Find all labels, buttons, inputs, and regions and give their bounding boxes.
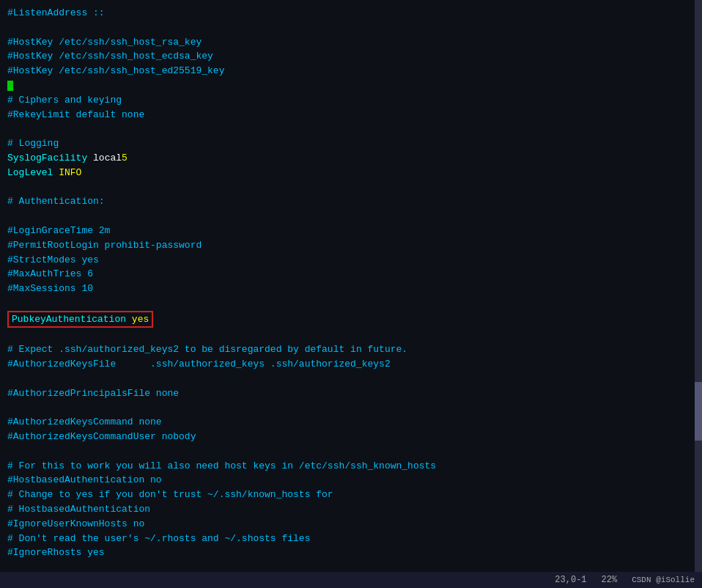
line-23	[7, 328, 695, 342]
line-21	[7, 296, 695, 311]
line-29: #AuthorizedKeysCommand none	[7, 415, 695, 430]
line-2	[7, 21, 695, 35]
line-27: #AuthorizedPrincipalsFile none	[7, 386, 695, 401]
scrollbar-thumb[interactable]	[695, 382, 702, 441]
line-30: #AuthorizedKeysCommandUser nobody	[7, 430, 695, 444]
status-bar: 23,0-1 22% CSDN @iSollie	[0, 572, 702, 588]
line-16: #LoginGraceTime 2m	[7, 224, 695, 238]
line-14: # Authentication:	[7, 194, 695, 209]
line-7-ciphers: # Ciphers and keying	[7, 93, 695, 108]
cursor-position: 23,0-1	[555, 575, 586, 585]
line-34: # Change to yes if you don't trust ~/.ss…	[7, 488, 695, 502]
line-25: #AuthorizedKeysFile .ssh/authorized_keys…	[7, 357, 695, 372]
line-5: #HostKey /etc/ssh/ssh_host_ed25519_key	[7, 64, 695, 78]
code-area: #ListenAddress :: #HostKey /etc/ssh/ssh_…	[0, 0, 702, 588]
line-20: #MaxSessions 10	[7, 282, 695, 296]
scrollbar[interactable]	[695, 0, 702, 588]
line-26	[7, 372, 695, 386]
line-19: #MaxAuthTries 6	[7, 267, 695, 282]
line-31	[7, 444, 695, 459]
line-3: #HostKey /etc/ssh/ssh_host_rsa_key	[7, 35, 695, 50]
line-28	[7, 400, 695, 415]
line-17: #PermitRootLogin prohibit-password	[7, 238, 695, 253]
editor-container: #ListenAddress :: #HostKey /etc/ssh/ssh_…	[0, 0, 702, 588]
scroll-percent: 22%	[602, 575, 618, 585]
line-10: # Logging	[7, 136, 695, 151]
line-36: #IgnoreUserKnownHosts no	[7, 517, 695, 532]
line-22-pubkey: PubkeyAuthentication yes	[7, 311, 153, 328]
line-4: #HostKey /etc/ssh/ssh_host_ecdsa_key	[7, 49, 695, 64]
line-33: #HostbasedAuthentication no	[7, 473, 695, 488]
line-38: #IgnoreRhosts yes	[7, 545, 695, 560]
line-37: # Don't read the user's ~/.rhosts and ~/…	[7, 532, 695, 546]
line-35: # HostbasedAuthentication	[7, 502, 695, 517]
line-32: # For this to work you will also need ho…	[7, 459, 695, 474]
line-1: #ListenAddress ::	[7, 6, 695, 21]
line-13	[7, 180, 695, 195]
cursor	[7, 81, 13, 91]
line-15	[7, 209, 695, 224]
line-12: LogLevel INFO	[7, 166, 695, 180]
source-label: CSDN @iSollie	[632, 576, 695, 584]
line-9	[7, 122, 695, 136]
line-8: #RekeyLimit default none	[7, 108, 695, 122]
line-6	[7, 78, 695, 93]
line-11: SyslogFacility local5	[7, 151, 695, 166]
line-18: #StrictModes yes	[7, 253, 695, 268]
line-24: # Expect .ssh/authorized_keys2 to be dis…	[7, 342, 695, 357]
